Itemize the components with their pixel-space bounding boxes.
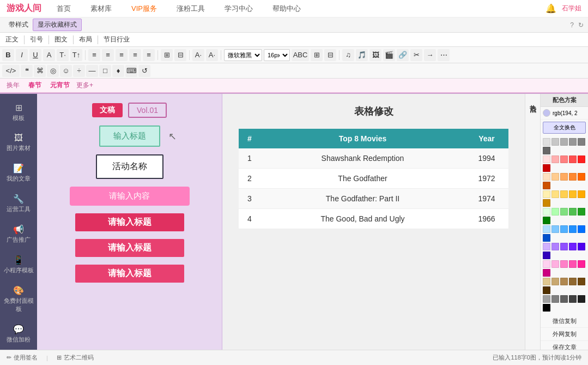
color-swatch[interactable]	[543, 234, 550, 242]
sidebar-item-images[interactable]: 🖼 图片素材	[0, 129, 37, 157]
display-style-btn[interactable]: 显示收藏样式	[33, 19, 82, 31]
align-center-btn[interactable]: ≡	[102, 49, 114, 61]
category-holiday[interactable]: 节日行业	[100, 34, 133, 45]
sidebar-item-cover[interactable]: 🎨 免费封面模板	[0, 281, 37, 318]
color-swatch[interactable]	[578, 225, 585, 233]
color-swatch[interactable]	[543, 208, 550, 216]
quote-btn[interactable]: ❝	[21, 65, 33, 77]
color-swatch[interactable]	[551, 208, 559, 216]
video-btn[interactable]: 🎬	[383, 49, 395, 61]
font-color-btn[interactable]: A	[43, 49, 55, 61]
content-input-box[interactable]: 请输入内容	[70, 187, 190, 206]
nav-item-learning[interactable]: 学习中心	[220, 2, 257, 16]
circle-btn[interactable]: ◎	[47, 65, 59, 77]
divide-btn[interactable]: ÷	[73, 65, 85, 77]
sidebar-item-articles[interactable]: 📝 我的文章	[0, 159, 37, 187]
arrow-btn[interactable]: →	[424, 49, 436, 61]
subtitle-box-2[interactable]: 请输入标题	[75, 239, 184, 257]
bold-btn[interactable]: B	[2, 49, 14, 61]
color-swatch[interactable]	[560, 155, 568, 163]
color-swatch[interactable]	[569, 278, 577, 285]
abc-btn[interactable]: ABC	[292, 49, 309, 61]
color-swatch[interactable]	[543, 164, 550, 172]
color-swatch[interactable]	[569, 243, 577, 250]
tag-more[interactable]: 更多+	[76, 81, 93, 90]
subtitle-box-3[interactable]: 请输入标题	[75, 265, 184, 283]
color-swatch[interactable]	[543, 138, 550, 146]
sidebar-item-ads[interactable]: 📢 广告推广	[0, 220, 37, 248]
table-btn[interactable]: ⊞	[161, 49, 173, 61]
color-swatch[interactable]	[560, 138, 568, 146]
undo-btn[interactable]: ↺	[138, 65, 150, 77]
color-swatch[interactable]	[543, 295, 550, 303]
badge-text[interactable]: 文稿	[92, 103, 123, 117]
color-swatch[interactable]	[543, 252, 550, 259]
color-swatch[interactable]	[560, 208, 568, 216]
music-btn[interactable]: ♫	[342, 49, 354, 61]
color-swatch[interactable]	[569, 208, 577, 216]
color-swatch[interactable]	[569, 260, 577, 268]
color-swatch[interactable]	[560, 173, 568, 181]
grid-btn[interactable]: ⊞	[311, 49, 323, 61]
sidebar-item-wechat-fans[interactable]: 💬 微信加粉	[0, 320, 37, 348]
refresh-icon[interactable]: ↻	[578, 21, 584, 29]
color-swatch[interactable]	[560, 190, 568, 198]
color-swatch[interactable]	[543, 286, 550, 294]
underline-btn[interactable]: U	[29, 49, 41, 61]
nav-item-home[interactable]: 首页	[52, 2, 75, 16]
text-up-btn[interactable]: T↑	[70, 49, 82, 61]
color-swatch[interactable]	[551, 295, 559, 303]
color-swatch[interactable]	[569, 295, 577, 303]
italic-btn[interactable]: I	[16, 49, 28, 61]
color-swatch[interactable]	[551, 278, 559, 285]
sidebar-item-template[interactable]: ⊞ 模板	[0, 98, 37, 127]
font-a2-btn[interactable]: A·	[206, 49, 218, 61]
color-swatch[interactable]	[578, 173, 585, 181]
color-swatch[interactable]	[551, 243, 559, 250]
color-swatch[interactable]	[569, 155, 577, 163]
dash-btn[interactable]: —	[86, 65, 98, 77]
qrcode-item[interactable]: ⊞ 艺术二维码	[57, 354, 94, 362]
color-swatch[interactable]	[560, 278, 568, 285]
color-action-btn[interactable]: 微信复制	[541, 315, 588, 328]
color-swatch[interactable]	[578, 243, 585, 250]
color-swatch[interactable]	[551, 155, 559, 163]
tag-year[interactable]: 换年	[4, 80, 22, 91]
font-a-btn[interactable]: A·	[192, 49, 204, 61]
color-swatch[interactable]	[551, 225, 559, 233]
color-swatch[interactable]	[578, 155, 585, 163]
color-swatch[interactable]	[543, 243, 550, 250]
emoji-btn[interactable]: ☺	[60, 65, 72, 77]
color-swatch[interactable]	[578, 208, 585, 216]
nav-bell-icon[interactable]: 🔔	[545, 3, 556, 14]
image-btn[interactable]: 🖼	[369, 49, 381, 61]
activity-box[interactable]: 活动名称	[96, 154, 163, 179]
sidebar-item-miniapp[interactable]: 📱 小程序模板	[0, 250, 37, 279]
nav-item-growth[interactable]: 涨粉工具	[172, 2, 209, 16]
align-justify-btn[interactable]: ≡	[129, 49, 141, 61]
category-layout[interactable]: 布局	[76, 34, 95, 45]
color-swatch[interactable]	[543, 278, 550, 285]
subtitle-box-1[interactable]: 请输入标题	[75, 213, 184, 231]
color-swatch[interactable]	[560, 225, 568, 233]
help-icon[interactable]: ?	[570, 21, 574, 29]
color-swatch[interactable]	[578, 260, 585, 268]
cut-btn[interactable]: ✂	[410, 49, 422, 61]
color-swatch[interactable]	[543, 269, 550, 277]
tag-spring[interactable]: 春节	[26, 80, 44, 91]
indent-btn[interactable]: ≡	[143, 49, 155, 61]
tag-lantern[interactable]: 元宵节	[48, 80, 72, 91]
color-swatch[interactable]	[569, 225, 577, 233]
nav-item-vip[interactable]: VIP服务	[127, 2, 161, 16]
color-swatch[interactable]	[578, 190, 585, 198]
table-del-btn[interactable]: ⊟	[174, 49, 186, 61]
color-swatch[interactable]	[560, 260, 568, 268]
category-figure[interactable]: 图文	[51, 34, 71, 45]
color-swatch[interactable]	[551, 173, 559, 181]
color-swatch[interactable]	[543, 199, 550, 207]
font-size-select[interactable]: 16px	[264, 49, 290, 61]
color-swatch[interactable]	[569, 190, 577, 198]
code-btn[interactable]: </>	[2, 65, 20, 77]
color-swatch[interactable]	[543, 260, 550, 268]
color-swatch[interactable]	[551, 190, 559, 198]
